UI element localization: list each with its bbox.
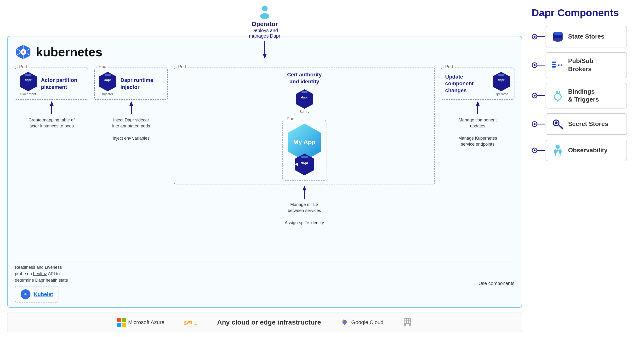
pod-myapp-label: Pod <box>285 116 296 122</box>
cloud-google: Google Cloud <box>340 318 384 327</box>
svg-text:⎈: ⎈ <box>24 292 27 296</box>
kubernetes-title: kubernetes <box>36 45 102 59</box>
pubsub-connector <box>532 59 546 71</box>
pod-injector-title: Dapr runtime injector <box>120 77 164 90</box>
pod-injector-desc: Inject Dapr sidecarinto annotated podsIn… <box>112 117 150 141</box>
operator-section: Operator Deploys andmanages Dapr <box>7 5 522 36</box>
pod-injector: Pod dapr Injector Dapr runtime inject <box>94 68 168 100</box>
cloud-footer: Microsoft Azure aws Any cloud or edge in… <box>7 312 522 332</box>
component-item-bindings: Bindings& Triggers <box>532 83 637 109</box>
svg-point-0 <box>262 6 268 11</box>
key-icon <box>552 118 564 130</box>
pod-operator-desc: Manage component updatesManage Kubernete… <box>454 117 502 147</box>
svg-rect-66 <box>552 62 556 63</box>
svg-point-62 <box>553 32 562 36</box>
pod-operator-content: Update component changes dapr Operator <box>445 72 510 96</box>
svg-rect-55 <box>406 324 409 326</box>
pubsub-brokers-icon <box>552 60 564 70</box>
state-stores-connector-icon <box>532 31 546 43</box>
component-item-state-stores: State Stores <box>532 26 637 48</box>
google-cloud-label: Google Cloud <box>351 319 384 326</box>
pod-operator-wrapper: Pod Update component changes dapr Operat… <box>441 68 514 147</box>
pod-sentry-desc: Manage mTLSbetween servicesAssign spiffe… <box>285 202 324 226</box>
svg-rect-68 <box>552 66 556 68</box>
dapr-operator-hex-icon: dapr <box>492 72 510 92</box>
placement-component-name: Placement <box>20 92 36 96</box>
svg-rect-50 <box>407 319 408 320</box>
operator-sublabel: Deploys andmanages Dapr <box>249 28 280 39</box>
dapr-sentry-hex-icon: dapr <box>296 89 314 109</box>
bindings-label: Bindings& Triggers <box>568 88 599 104</box>
svg-point-94 <box>559 149 562 154</box>
cloud-azure: Microsoft Azure <box>117 318 164 327</box>
svg-rect-39 <box>117 318 121 322</box>
secret-stores-label: Secret Stores <box>568 120 608 128</box>
azure-label: Microsoft Azure <box>128 319 164 326</box>
svg-text:⎈: ⎈ <box>22 50 24 54</box>
dapr-operator-icon-wrapper: dapr Operator <box>492 72 510 96</box>
operator-label: Operator <box>252 20 278 28</box>
svg-rect-25 <box>302 91 308 93</box>
svg-point-61 <box>553 38 562 42</box>
dapr-placement-hex-icon: dapr <box>19 72 37 92</box>
svg-rect-49 <box>404 319 406 320</box>
pod-injector-label: Pod <box>97 64 108 69</box>
bindings-connector <box>532 90 546 102</box>
svg-text:dapr: dapr <box>25 78 31 82</box>
svg-rect-42 <box>122 323 126 327</box>
pod-injector-content: dapr Injector Dapr runtime injector <box>99 72 164 96</box>
kubelet-description: Readiness and Livenessprobe on healthz A… <box>15 264 68 284</box>
svg-point-1 <box>260 13 269 19</box>
secret-stores-card: Secret Stores <box>546 113 627 135</box>
kubelet-label[interactable]: Kubelet <box>34 291 53 298</box>
svg-rect-34 <box>498 74 504 76</box>
pod-placement-content: dapr Placement Actor partition placement <box>19 72 84 96</box>
pods-row: Pod dapr Placement Act <box>15 68 514 252</box>
svg-marker-30 <box>302 186 306 190</box>
svg-marker-69 <box>557 64 559 66</box>
kubelet-badge: ⎈ Kubelet <box>15 286 58 302</box>
kubernetes-logo-icon: ⎈ <box>15 44 32 60</box>
operator-person-icon <box>258 5 272 19</box>
observability-icon <box>552 144 564 156</box>
svg-rect-54 <box>409 322 410 323</box>
pod-operator: Pod Update component changes dapr Operat… <box>441 68 514 100</box>
pod-myapp: Pod My App dapr <box>282 120 326 180</box>
secret-stores-icon <box>552 118 564 130</box>
svg-text:dapr: dapr <box>498 78 504 82</box>
bindings-connector-icon <box>532 90 546 102</box>
svg-point-93 <box>554 149 557 154</box>
injector-arrow <box>128 100 135 114</box>
secret-stores-connector <box>532 118 546 130</box>
svg-rect-53 <box>407 322 408 323</box>
svg-rect-67 <box>552 64 556 66</box>
kubelet-logo-icon: ⎈ <box>20 289 31 300</box>
right-side: Dapr Components <box>532 5 637 332</box>
dapr-injector-hex-icon: dapr <box>99 72 117 92</box>
pod-sentry: Pod Cert authorityand identity dapr Sent… <box>174 68 435 184</box>
svg-rect-51 <box>409 319 410 320</box>
operator-component-name: Operator <box>494 92 508 96</box>
svg-point-74 <box>534 94 536 96</box>
pod-placement-wrapper: Pod dapr Placement Act <box>15 68 88 129</box>
observability-label: Observability <box>568 146 608 154</box>
pod-placement: Pod dapr Placement Act <box>15 68 88 100</box>
svg-rect-52 <box>404 322 406 323</box>
bottom-row: Readiness and Livenessprobe on healthz A… <box>15 262 514 302</box>
pod-placement-label: Pod <box>18 64 28 69</box>
state-stores-label: State Stores <box>568 32 604 41</box>
dapr-injector-icon-wrapper: dapr Injector <box>99 72 117 96</box>
dapr-myapp-icon: dapr <box>294 153 315 177</box>
pubsub-connector-icon <box>532 59 546 71</box>
azure-logo-icon <box>117 318 126 327</box>
svg-point-57 <box>534 36 536 38</box>
component-item-observability: Observability <box>532 140 637 161</box>
kubelet-wrapper: Readiness and Livenessprobe on healthz A… <box>15 264 68 302</box>
operator-arrow <box>261 41 268 60</box>
svg-rect-41 <box>117 323 121 327</box>
svg-point-90 <box>534 150 536 151</box>
svg-text:dapr: dapr <box>300 161 308 165</box>
svg-text:dapr: dapr <box>104 78 111 82</box>
dapr-components-title: Dapr Components <box>532 7 637 19</box>
binding-plug-icon <box>552 90 564 102</box>
